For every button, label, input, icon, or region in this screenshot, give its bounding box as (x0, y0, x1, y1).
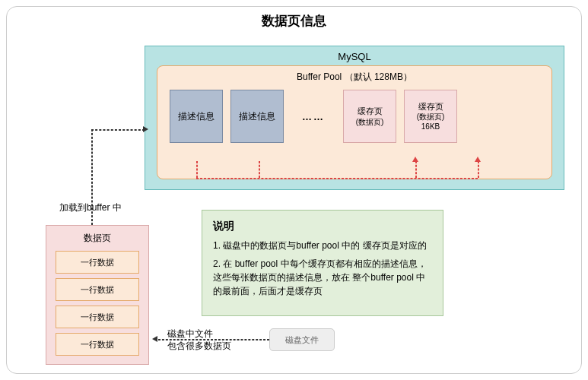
red-connector-v4 (478, 161, 479, 178)
desc-block-2: 描述信息 (230, 90, 284, 143)
explanation-p1: 1. 磁盘中的数据页与buffer pool 中的 缓存页是对应的 (213, 239, 432, 252)
load-connector-h (91, 129, 145, 131)
red-connector-h (196, 178, 478, 179)
load-arrowhead (143, 126, 148, 132)
disk-note-line1: 磁盘中文件 (167, 328, 213, 339)
diagram-title: 数据页信息 (0, 12, 588, 30)
disk-note-line2: 包含很多数据页 (167, 340, 231, 351)
disk-file-box: 磁盘文件 (269, 328, 335, 351)
cache-page-1-line2: (数据页) (356, 117, 384, 127)
explanation-box: 说明 1. 磁盘中的数据页与buffer pool 中的 缓存页是对应的 2. … (202, 210, 443, 316)
cache-page-1: 缓存页 (数据页) (343, 90, 396, 143)
red-connector-v3 (415, 161, 417, 178)
cache-page-1-line1: 缓存页 (358, 106, 383, 116)
data-row-1: 一行数据 (56, 251, 139, 274)
mysql-label: MySQL (338, 51, 370, 62)
red-connector-v1 (196, 161, 198, 178)
data-row-4: 一行数据 (56, 333, 139, 356)
cache-page-2-size: 16KB (421, 122, 440, 131)
disk-arrowhead (152, 336, 157, 342)
desc-block-1: 描述信息 (170, 90, 223, 143)
data-page-box: 数据页 一行数据 一行数据 一行数据 一行数据 (46, 225, 149, 365)
explanation-title: 说明 (213, 218, 432, 234)
load-label: 加载到buffer 中 (59, 202, 122, 214)
buffer-pool-label: Buffer Pool （默认 128MB） (297, 71, 412, 84)
ellipsis: …… (302, 111, 325, 122)
cache-page-2-line1: 缓存页 (418, 101, 443, 112)
red-arrowhead-2 (475, 157, 481, 162)
red-arrowhead-1 (412, 157, 418, 162)
data-page-title: 数据页 (84, 232, 111, 245)
buffer-pool-box: Buffer Pool （默认 128MB） 描述信息 描述信息 …… 缓存页 … (157, 65, 552, 179)
buffer-pool-row: 描述信息 描述信息 …… 缓存页 (数据页) 缓存页 (数据页) 16KB (157, 90, 551, 143)
explanation-p2: 2. 在 buffer pool 中每个缓存页都有相应的描述信息，这些每张数据页… (213, 257, 432, 298)
cache-page-2: 缓存页 (数据页) 16KB (404, 90, 457, 143)
red-connector-v2 (259, 161, 260, 178)
data-row-2: 一行数据 (56, 278, 139, 301)
disk-note: 磁盘中文件 包含很多数据页 (167, 328, 231, 352)
cache-page-2-line2: (数据页) (417, 112, 445, 122)
mysql-container: MySQL Buffer Pool （默认 128MB） 描述信息 描述信息 …… (145, 46, 564, 190)
data-row-3: 一行数据 (56, 306, 139, 328)
